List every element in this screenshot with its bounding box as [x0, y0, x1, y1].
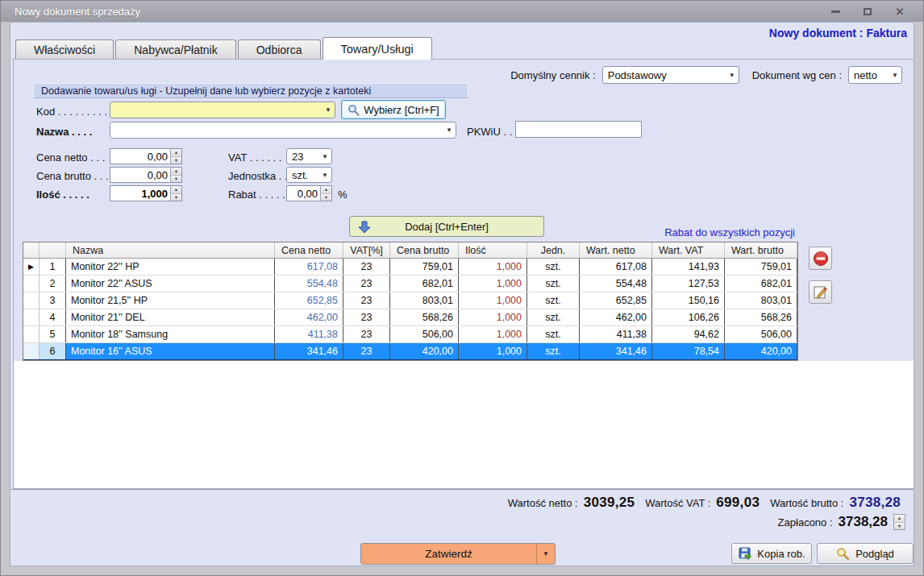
- wart-netto-cell: 462,00: [580, 309, 652, 325]
- zatwierdz-button[interactable]: Zatwierdź: [361, 544, 536, 564]
- cena-netto-cell: 617,08: [275, 259, 343, 275]
- ilosc-cell: 1,000: [459, 276, 527, 292]
- pkwiu-label: PKWiU . .: [467, 126, 512, 138]
- wart-netto-cell: 617,08: [580, 259, 652, 275]
- column-header[interactable]: Cena netto: [275, 242, 343, 258]
- vat-total-label: Wartość VAT :: [645, 497, 710, 509]
- maximize-icon: [864, 8, 872, 15]
- kod-combobox[interactable]: ▼: [110, 102, 335, 118]
- table-header-row: NazwaCena nettoVAT[%]Cena bruttoIlośćJed…: [23, 242, 797, 259]
- spinner-arrows-icon[interactable]: ▲▼: [170, 149, 181, 164]
- close-button[interactable]: ✕: [889, 4, 910, 19]
- wybierz-button[interactable]: Wybierz [Ctrl+F]: [341, 100, 446, 119]
- row-indicator: [23, 309, 40, 325]
- cena-brutto-cell: 420,00: [390, 343, 459, 359]
- spinner-arrows-icon[interactable]: ▲▼: [320, 186, 331, 201]
- spinner-arrows-icon[interactable]: ▲▼: [170, 168, 181, 182]
- column-header[interactable]: [23, 242, 40, 258]
- cena-netto-cell: 341,46: [275, 343, 343, 359]
- wart-vat-cell: 94,62: [652, 326, 725, 342]
- jednostka-select[interactable]: szt. ▼: [286, 167, 332, 183]
- cena-brutto-spinner[interactable]: ▲▼: [110, 167, 182, 183]
- column-header[interactable]: Wart. brutto: [725, 242, 797, 258]
- column-header[interactable]: Jedn.: [527, 242, 580, 258]
- search-icon: [348, 104, 360, 116]
- wart-vat-cell: 141,93: [652, 259, 725, 275]
- titlebar: Nowy dokument sprzedaży ✕: [1, 1, 923, 22]
- table-row[interactable]: ▶1Monitor 22'' HP617,0823759,011,000szt.…: [23, 259, 797, 276]
- ilosc-cell: 1,000: [459, 326, 527, 342]
- zaplacono-label: Zapłacono :: [778, 516, 833, 528]
- ilosc-spinner[interactable]: ▲▼: [110, 185, 182, 201]
- name-cell: Monitor 16'' ASUS: [66, 343, 275, 359]
- ilosc-cell: 1,000: [459, 343, 527, 359]
- jedn-cell: szt.: [527, 343, 580, 359]
- default-pricelist-select[interactable]: Podstawowy ▼: [602, 66, 739, 84]
- ilosc-cell: 1,000: [459, 309, 527, 325]
- ilosc-label: Ilość . . . . .: [36, 189, 89, 201]
- cena-brutto-cell: 803,01: [390, 292, 459, 309]
- dodaj-button[interactable]: Dodaj [Ctrl+Enter]: [349, 216, 544, 237]
- edit-icon: [813, 284, 829, 300]
- zatwierdz-split-button[interactable]: Zatwierdź ▼: [360, 543, 556, 565]
- wart-brutto-cell: 682,01: [725, 276, 797, 292]
- window-title: Nowy dokument sprzedaży: [1, 6, 140, 18]
- row-indicator: [23, 343, 40, 359]
- row-indicator: [23, 292, 40, 309]
- netto-total-label: Wartość netto :: [508, 497, 578, 509]
- jedn-cell: szt.: [527, 309, 580, 325]
- vat-select[interactable]: 23 ▼: [286, 148, 332, 164]
- preview-magnifier-icon: [836, 547, 850, 561]
- name-cell: Monitor 18'' Samsung: [66, 326, 275, 342]
- tab-nabywca-platnik[interactable]: Nabywca/Płatnik: [115, 39, 236, 60]
- rabat-all-items-link[interactable]: Rabat do wszystkich pozycji: [664, 226, 795, 238]
- kod-label: Kod . . . . . . . . .: [36, 106, 107, 118]
- pkwiu-input[interactable]: [515, 121, 642, 138]
- rabat-spinner[interactable]: ▲▼: [286, 185, 332, 201]
- nazwa-combobox[interactable]: ▼: [110, 122, 456, 139]
- name-cell: Monitor 22'' ASUS: [66, 276, 275, 292]
- spinner-arrows-icon[interactable]: ▲▼: [170, 186, 181, 201]
- table-row[interactable]: 2Monitor 22'' ASUS554,4823682,011,000szt…: [23, 276, 797, 292]
- table-row[interactable]: 6Monitor 16'' ASUS341,4623420,001,000szt…: [23, 343, 797, 360]
- wart-brutto-cell: 506,00: [725, 326, 797, 342]
- tab-towary-uslugi[interactable]: Towary/Usługi: [323, 37, 432, 60]
- column-header[interactable]: Cena brutto: [390, 242, 459, 258]
- wart-netto-cell: 411,38: [580, 326, 652, 342]
- table-row[interactable]: 4Monitor 21'' DEL462,0023568,261,000szt.…: [23, 309, 797, 326]
- row-number-cell: 1: [40, 259, 66, 275]
- column-header[interactable]: Wart. VAT: [652, 242, 725, 258]
- minimize-icon: [831, 10, 840, 13]
- client-area: Nowy dokument : Faktura Właściwości Naby…: [10, 22, 914, 566]
- tabstrip: Właściwości Nabywca/Płatnik Odbiorca Tow…: [15, 38, 432, 60]
- column-header[interactable]: Wart. netto: [580, 242, 652, 258]
- row-number-cell: 6: [40, 343, 66, 359]
- table-row[interactable]: 3Monitor 21,5'' HP652,8523803,011,000szt…: [23, 292, 797, 309]
- kopia-rob-button[interactable]: Kopia rob.: [731, 543, 812, 564]
- name-cell: Monitor 22'' HP: [66, 259, 275, 275]
- podglad-button[interactable]: Podgląd: [817, 543, 914, 564]
- column-header[interactable]: VAT[%]: [343, 242, 390, 258]
- zatwierdz-dropdown-button[interactable]: ▼: [536, 544, 555, 564]
- tab-wlasciwosci[interactable]: Właściwości: [15, 39, 114, 60]
- zaplacono-spinner[interactable]: ▲▼: [893, 514, 905, 530]
- column-header[interactable]: Ilość: [459, 242, 527, 258]
- remove-icon: [813, 251, 829, 267]
- document-prices-select[interactable]: netto ▼: [848, 66, 902, 84]
- vat-cell: 23: [343, 309, 390, 325]
- column-header[interactable]: [40, 242, 66, 258]
- edit-item-button[interactable]: [809, 280, 832, 304]
- jedn-cell: szt.: [527, 259, 580, 275]
- cena-brutto-cell: 682,01: [390, 276, 459, 292]
- wart-brutto-cell: 568,26: [725, 309, 797, 325]
- maximize-button[interactable]: [857, 4, 878, 19]
- close-icon: ✕: [896, 6, 905, 17]
- paid-line: Zapłacono : 3738,28 ▲▼: [778, 514, 905, 530]
- cena-netto-spinner[interactable]: ▲▼: [110, 148, 182, 164]
- table-row[interactable]: 5Monitor 18'' Samsung411,3823506,001,000…: [23, 326, 797, 343]
- remove-item-button[interactable]: [809, 247, 832, 270]
- minimize-button[interactable]: [825, 4, 846, 19]
- vat-cell: 23: [343, 259, 390, 275]
- column-header[interactable]: Nazwa: [66, 242, 275, 258]
- tab-odbiorca[interactable]: Odbiorca: [238, 39, 321, 60]
